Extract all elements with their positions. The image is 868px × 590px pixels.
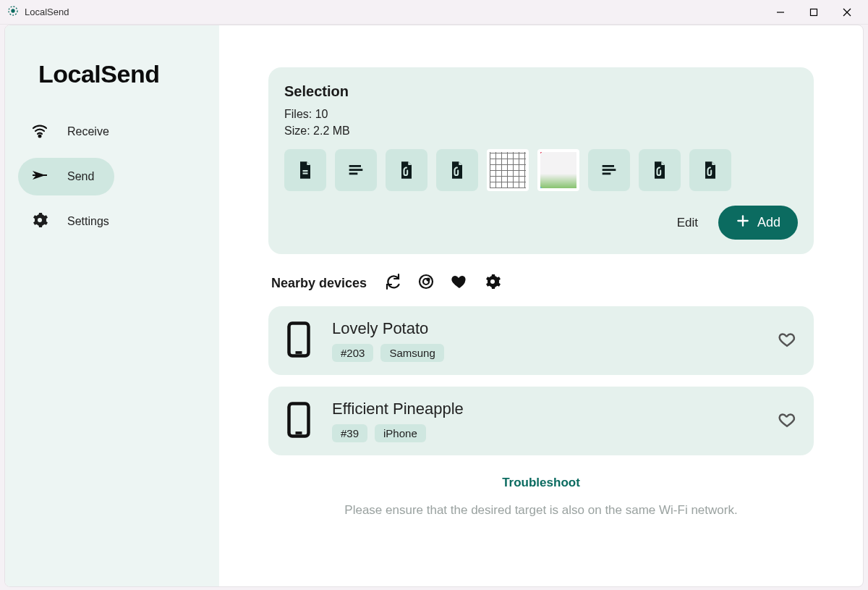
app-name: LocalSend (18, 49, 206, 113)
text-icon (346, 160, 366, 180)
device-info: Lovely Potato#203Samsung (332, 319, 757, 362)
troubleshoot-link[interactable]: Troubleshoot (268, 476, 814, 490)
selection-actions: Edit Add (284, 206, 798, 240)
device-model-tag: iPhone (375, 424, 426, 442)
size-label: Size: (284, 125, 310, 137)
help-text: Please ensure that the desired target is… (268, 503, 814, 518)
favorite-button[interactable] (778, 330, 796, 352)
svg-point-1 (11, 9, 14, 12)
document-icon (295, 160, 315, 180)
files-count: 10 (315, 108, 328, 120)
scan-settings-button[interactable] (484, 273, 501, 293)
file-thumbnail[interactable] (436, 149, 478, 191)
sync-icon (384, 273, 401, 293)
heart-outline-icon (778, 339, 796, 351)
device-id-tag: #39 (332, 424, 367, 442)
device-id-tag: #203 (332, 344, 373, 362)
device-card[interactable]: Lovely Potato#203Samsung (268, 306, 814, 375)
maximize-button[interactable] (797, 1, 830, 24)
nav-receive[interactable]: Receive (18, 113, 129, 151)
device-name: Efficient Pineapple (332, 400, 757, 418)
size-value: 2.2 MB (313, 125, 350, 137)
device-tags: #39iPhone (332, 424, 757, 442)
device-list: Lovely Potato#203SamsungEfficient Pineap… (268, 306, 814, 455)
file-thumbnail[interactable] (284, 149, 326, 191)
edit-button[interactable]: Edit (674, 211, 701, 235)
files-label: Files: (284, 108, 312, 120)
heart-outline-icon (778, 419, 796, 431)
attachment-icon (447, 160, 467, 180)
svg-rect-18 (289, 403, 309, 436)
nav-send[interactable]: Send (18, 158, 114, 195)
nav-label: Receive (67, 125, 116, 138)
selection-meta: Files: 10 Size: 2.2 MB (284, 106, 798, 139)
file-thumbnail[interactable] (487, 149, 529, 191)
device-info: Efficient Pineapple#39iPhone (332, 400, 757, 442)
file-thumbnail[interactable] (386, 149, 427, 191)
add-label: Add (757, 215, 780, 230)
nav-label: Send (67, 170, 101, 183)
device-tags: #203Samsung (332, 344, 757, 362)
close-button[interactable] (830, 1, 864, 24)
svg-rect-16 (289, 323, 309, 355)
svg-point-9 (38, 218, 42, 222)
wifi-icon (31, 122, 48, 142)
attachment-icon (650, 160, 670, 180)
device-model-tag: Samsung (380, 344, 443, 362)
file-thumbnail[interactable] (639, 149, 681, 191)
radar-button[interactable] (417, 273, 435, 293)
refresh-button[interactable] (384, 273, 401, 293)
app-icon (7, 5, 19, 20)
file-thumbnail[interactable] (537, 149, 579, 191)
gear-icon (484, 273, 501, 293)
device-card[interactable]: Efficient Pineapple#39iPhone (268, 387, 814, 455)
phone-icon (286, 401, 312, 442)
nav-label: Settings (67, 215, 116, 228)
phone-icon (286, 321, 312, 361)
attachment-icon (700, 160, 720, 180)
file-thumbnail[interactable] (588, 149, 630, 191)
app-frame: LocalSend Receive Send Settings Selectio… (4, 25, 864, 587)
nearby-label: Nearby devices (271, 276, 367, 291)
nav-settings[interactable]: Settings (18, 203, 129, 240)
plus-icon (736, 214, 750, 232)
window-title: LocalSend (25, 7, 69, 17)
favorites-button[interactable] (451, 273, 468, 293)
svg-point-6 (39, 135, 41, 138)
send-icon (31, 167, 48, 187)
gear-icon (31, 211, 48, 232)
attachment-icon (396, 160, 417, 180)
svg-point-15 (490, 279, 495, 284)
selection-title: Selection (284, 83, 798, 100)
svg-rect-3 (811, 9, 817, 15)
text-icon (599, 160, 619, 180)
titlebar: LocalSend (0, 0, 868, 25)
add-button[interactable]: Add (718, 206, 798, 240)
minimize-button[interactable] (764, 1, 797, 24)
selection-card: Selection Files: 10 Size: 2.2 MB Edit (268, 67, 814, 254)
file-thumbnail[interactable] (335, 149, 377, 191)
sidebar: LocalSend Receive Send Settings (5, 25, 219, 586)
nearby-header: Nearby devices (271, 273, 814, 293)
heart-icon (451, 273, 468, 293)
radar-icon (417, 273, 435, 293)
thumbnail-row (284, 149, 798, 191)
favorite-button[interactable] (778, 410, 796, 432)
titlebar-left: LocalSend (7, 5, 69, 20)
window-controls (764, 1, 864, 24)
svg-point-14 (427, 279, 430, 281)
device-name: Lovely Potato (332, 319, 757, 338)
main-content: Selection Files: 10 Size: 2.2 MB Edit (219, 25, 863, 586)
file-thumbnail[interactable] (689, 149, 731, 191)
